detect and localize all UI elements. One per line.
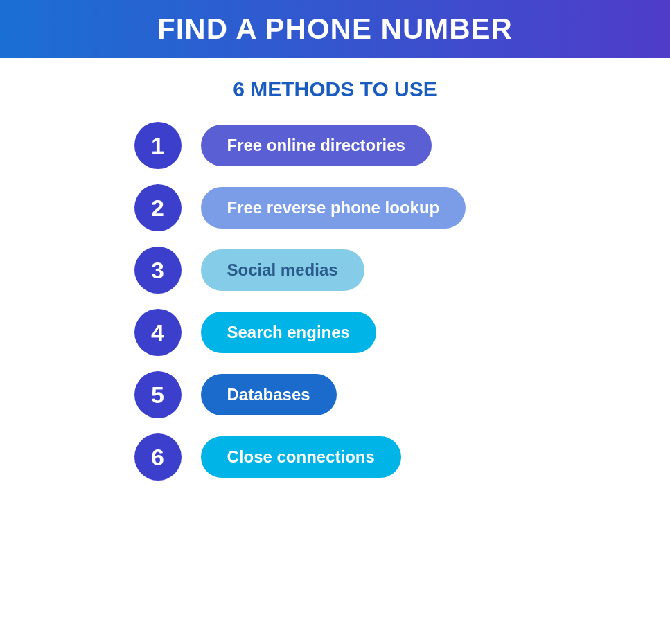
method-label-6: Close connections bbox=[201, 436, 401, 478]
number-circle-3: 3 bbox=[134, 247, 182, 294]
subtitle: 6 METHODS TO USE bbox=[233, 78, 437, 101]
method-item-1: 1Free online directories bbox=[134, 122, 578, 169]
method-label-4: Search engines bbox=[201, 312, 376, 353]
method-item-6: 6Close connections bbox=[134, 433, 578, 481]
method-label-3: Social medias bbox=[201, 249, 364, 291]
header-banner: FIND A PHONE NUMBER bbox=[0, 0, 670, 58]
method-label-2: Free reverse phone lookup bbox=[201, 187, 466, 229]
number-circle-5: 5 bbox=[134, 371, 182, 418]
methods-list: 1Free online directories2Free reverse ph… bbox=[93, 122, 578, 481]
number-circle-2: 2 bbox=[134, 184, 182, 231]
page-title: FIND A PHONE NUMBER bbox=[28, 12, 642, 46]
method-label-1: Free online directories bbox=[201, 125, 432, 166]
method-item-5: 5Databases bbox=[134, 371, 578, 418]
method-item-4: 4Search engines bbox=[134, 309, 578, 356]
method-label-5: Databases bbox=[201, 374, 337, 415]
method-item-2: 2Free reverse phone lookup bbox=[134, 184, 578, 231]
number-circle-4: 4 bbox=[134, 309, 182, 356]
number-circle-6: 6 bbox=[134, 433, 182, 481]
number-circle-1: 1 bbox=[134, 122, 182, 169]
method-item-3: 3Social medias bbox=[134, 247, 578, 294]
